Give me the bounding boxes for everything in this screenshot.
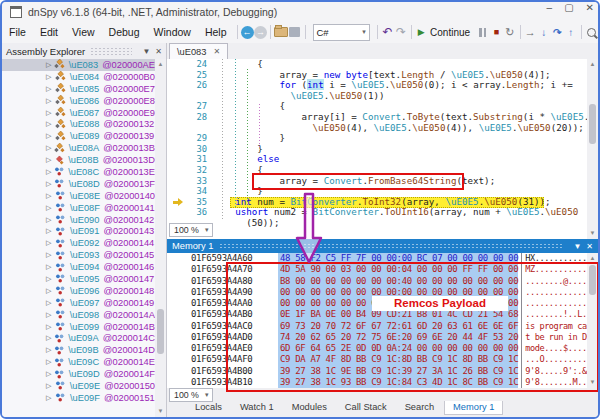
expander-icon[interactable]: ▷	[46, 109, 55, 117]
expander-icon[interactable]: ▷	[46, 239, 55, 247]
expander-icon[interactable]: ▷	[46, 311, 55, 319]
tree-item[interactable]: ▷\uE084@020000B0	[2, 71, 155, 83]
continue-button[interactable]: Continue	[430, 27, 470, 38]
expander-icon[interactable]: ▷	[46, 168, 54, 176]
expander-icon[interactable]: ▷	[46, 85, 55, 93]
maximize-button[interactable]: ▢	[564, 2, 573, 13]
language-combobox[interactable]: C# ▾	[313, 24, 370, 41]
tree-item[interactable]: ▷\uE08F@02000141	[2, 202, 155, 214]
expander-icon[interactable]: ▷	[46, 382, 55, 390]
bottom-tab-watch-1[interactable]: Watch 1	[232, 401, 282, 414]
tree-item[interactable]: ▷\uE09F@02000151	[2, 392, 155, 404]
expander-icon[interactable]: ▷	[46, 227, 55, 235]
menu-help[interactable]: Help	[198, 24, 234, 40]
expander-icon[interactable]: ▷	[46, 251, 55, 259]
memory-hex-view[interactable]: 01F6593A4A6048 58 F2 C5 FF 7F 00 00:00 B…	[167, 253, 598, 388]
continue-icon[interactable]: ▶	[415, 24, 429, 40]
menu-window[interactable]: Window	[147, 24, 198, 40]
tree-item[interactable]: ▷\uE089@02000139	[2, 130, 155, 142]
expander-icon[interactable]: ▷	[46, 323, 55, 331]
navigate-forward-button[interactable]: →	[254, 24, 268, 40]
tree-item[interactable]: ▷\uE097@02000149	[2, 297, 155, 309]
tree-item[interactable]: ▷\uE09B@0200014D	[2, 344, 155, 356]
menu-file[interactable]: File	[2, 24, 33, 40]
tree-item[interactable]: ▷\uE091@02000143	[2, 225, 155, 237]
expander-icon[interactable]: ▷	[46, 73, 55, 81]
tree-item[interactable]: ▷\uE08E@02000140	[2, 190, 155, 202]
memory-scrollbar[interactable]: ▲ ▼	[587, 253, 598, 388]
break-button[interactable]	[476, 24, 490, 40]
menu-debug[interactable]: Debug	[102, 24, 147, 40]
tree-item[interactable]: ▷\uE099@0200014B	[2, 321, 155, 333]
expander-icon[interactable]: ▷	[46, 358, 54, 366]
bottom-tab-call-stack[interactable]: Call Stack	[337, 401, 395, 414]
tree-item[interactable]: ▷\uE095@02000147	[2, 273, 155, 285]
step-into-button[interactable]: ↓	[537, 24, 551, 40]
tree-scrollbar[interactable]: ▲ ▼	[155, 59, 166, 417]
expander-icon[interactable]: ▷	[46, 287, 55, 295]
save-all-button[interactable]	[288, 24, 302, 40]
expander-icon[interactable]: ▷	[46, 334, 54, 342]
tree-item[interactable]: ▷\uE093@02000145	[2, 249, 155, 261]
tree-item[interactable]: ▷\uE092@02000144	[2, 237, 155, 249]
navigate-back-button[interactable]: ←	[240, 24, 254, 40]
expander-icon[interactable]: ▷	[46, 180, 54, 188]
bottom-tab-search[interactable]: Search	[397, 401, 442, 414]
close-icon[interactable]: ✕	[586, 242, 593, 251]
tree-item[interactable]: ▷\uE09A@0200014C	[2, 332, 155, 344]
tree-item[interactable]: ▷\uE090@02000142	[2, 214, 155, 226]
menu-edit[interactable]: Edit	[33, 24, 65, 40]
search-button[interactable]	[584, 24, 598, 40]
expander-icon[interactable]: ▷	[46, 144, 54, 152]
expander-icon[interactable]: ▷	[46, 192, 55, 200]
tree-item[interactable]: ▷\uE086@020000E8	[2, 95, 155, 107]
tree-item[interactable]: ▷\uE08C@0200013E	[2, 166, 155, 178]
tree-item[interactable]: ▷\uE098@0200014A	[2, 309, 155, 321]
chevron-down-icon[interactable]: ▼	[573, 242, 581, 251]
document-tab[interactable]: \uE083 ✕	[169, 43, 228, 59]
tree-item[interactable]: ▷\uE08B@0200013D	[2, 154, 155, 166]
minimize-button[interactable]: –	[547, 2, 553, 13]
step-out-button[interactable]: ↑	[564, 24, 578, 40]
expander-icon[interactable]: ▷	[46, 299, 55, 307]
restart-button[interactable]: ↻	[503, 24, 517, 40]
tree-item[interactable]: ▷\uE094@02000146	[2, 261, 155, 273]
expander-icon[interactable]: ▷	[46, 275, 55, 283]
editor-scrollbar[interactable]: ▲ ▼	[587, 59, 598, 239]
step-over-button[interactable]: ↷	[551, 24, 565, 40]
expander-icon[interactable]: ▷	[46, 156, 54, 164]
expander-icon[interactable]: ▷	[46, 120, 55, 128]
chevron-down-icon[interactable]: ▼	[142, 47, 150, 56]
expander-icon[interactable]: ▷	[46, 370, 54, 378]
expander-icon[interactable]: ▷	[46, 132, 55, 140]
tree-item[interactable]: ▷\uE08A@0200013B	[2, 142, 155, 154]
show-next-statement-button[interactable]: →	[523, 24, 537, 40]
memory-zoom-combobox[interactable]: 100 % ▾	[169, 388, 213, 402]
tree-item[interactable]: ▷\uE087@020000E9	[2, 107, 155, 119]
code-editor[interactable]: 24 {25 array = new byte[text.Length / \u…	[167, 59, 598, 239]
bottom-tab-memory-1[interactable]: Memory 1	[444, 401, 503, 415]
menu-view[interactable]: View	[65, 24, 102, 40]
close-icon[interactable]: ✕	[155, 47, 162, 56]
bottom-tab-modules[interactable]: Modules	[284, 401, 335, 414]
expander-icon[interactable]: ▷	[46, 216, 55, 224]
expander-icon[interactable]: ▷	[46, 61, 54, 69]
tree-item[interactable]: ▷\uE09E@02000150	[2, 380, 155, 392]
tree-item[interactable]: ▷\uE09D@0200014F	[2, 368, 155, 380]
expander-icon[interactable]: ▷	[46, 346, 54, 354]
expander-icon[interactable]: ▷	[46, 204, 55, 212]
expander-icon[interactable]: ▷	[46, 97, 55, 105]
open-button[interactable]	[274, 24, 288, 40]
undo-button[interactable]: ↶	[381, 24, 395, 40]
tree-item[interactable]: ▷\uE08D@0200013F	[2, 178, 155, 190]
expander-icon[interactable]: ▷	[46, 263, 55, 271]
bottom-tab-locals[interactable]: Locals	[187, 401, 230, 414]
close-button[interactable]: ✕	[586, 2, 594, 13]
tab-close-icon[interactable]: ✕	[213, 47, 220, 56]
redo-button[interactable]: ↷	[394, 24, 408, 40]
editor-zoom-combobox[interactable]: 100 % ▾	[169, 223, 213, 237]
expander-icon[interactable]: ▷	[46, 394, 55, 402]
stop-button[interactable]: ■	[490, 24, 504, 40]
tree-item[interactable]: ▷\uE09C@0200014E	[2, 356, 155, 368]
tree-item[interactable]: ▷\uE096@02000148	[2, 285, 155, 297]
